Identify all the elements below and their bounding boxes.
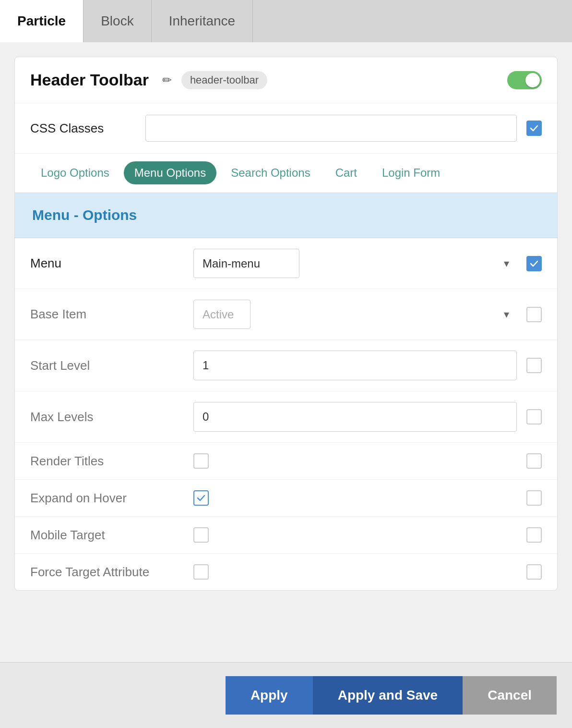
expand-on-hover-label: Expand on Hover xyxy=(30,491,184,506)
menu-label: Menu xyxy=(30,256,184,271)
force-target-attribute-inherit-checkbox[interactable] xyxy=(526,564,542,580)
card: Header Toolbar ✏ header-toolbar CSS Clas… xyxy=(14,57,558,591)
menu-select-wrapper: Main-menu Secondary-menu Footer-menu ▾ xyxy=(193,249,517,278)
force-target-attribute-label: Force Target Attribute xyxy=(30,565,184,580)
table-row: Start Level xyxy=(15,340,557,391)
enable-toggle[interactable] xyxy=(507,71,542,89)
edit-icon[interactable]: ✏ xyxy=(162,73,172,87)
sub-tab-search[interactable]: Search Options xyxy=(220,161,321,184)
chevron-down-icon: ▾ xyxy=(504,257,509,270)
table-row: Force Target Attribute xyxy=(15,554,557,590)
render-titles-inherit-checkbox[interactable] xyxy=(526,453,542,469)
base-item-checkbox[interactable] xyxy=(526,307,542,322)
table-row: Menu Main-menu Secondary-menu Footer-men… xyxy=(15,238,557,289)
css-classes-checkbox[interactable] xyxy=(526,121,542,136)
base-item-select[interactable]: Active Current Parent xyxy=(193,300,250,329)
main-content: Header Toolbar ✏ header-toolbar CSS Clas… xyxy=(0,42,572,662)
sub-tab-login[interactable]: Login Form xyxy=(371,161,451,184)
force-target-attribute-checkbox[interactable] xyxy=(193,564,209,580)
css-classes-row: CSS Classes xyxy=(15,103,557,154)
start-level-input[interactable] xyxy=(193,351,517,380)
chevron-down-icon: ▾ xyxy=(504,308,509,321)
css-classes-label: CSS Classes xyxy=(30,121,136,136)
max-levels-input[interactable] xyxy=(193,402,517,432)
base-item-select-wrapper: Active Current Parent ▾ xyxy=(193,300,517,329)
mobile-target-inherit-checkbox[interactable] xyxy=(526,527,542,543)
max-levels-checkbox[interactable] xyxy=(526,409,542,425)
expand-on-hover-checkbox[interactable] xyxy=(193,490,209,506)
sub-tab-logo[interactable]: Logo Options xyxy=(30,161,120,184)
css-classes-input[interactable] xyxy=(145,115,517,142)
title-badge: header-toolbar xyxy=(181,71,267,89)
table-row: Base Item Active Current Parent ▾ xyxy=(15,289,557,340)
base-item-label: Base Item xyxy=(30,307,184,322)
mobile-target-checkbox[interactable] xyxy=(193,527,209,543)
max-levels-label: Max Levels xyxy=(30,410,184,425)
menu-checkbox[interactable] xyxy=(526,256,542,271)
card-header: Header Toolbar ✏ header-toolbar xyxy=(15,57,557,103)
start-level-label: Start Level xyxy=(30,358,184,373)
tab-inheritance[interactable]: Inheritance xyxy=(152,0,253,42)
cancel-button[interactable]: Cancel xyxy=(463,676,557,715)
expand-on-hover-inherit-checkbox[interactable] xyxy=(526,490,542,506)
top-tabs: Particle Block Inheritance xyxy=(0,0,572,42)
form-rows: Menu Main-menu Secondary-menu Footer-men… xyxy=(15,238,557,590)
tab-particle[interactable]: Particle xyxy=(0,0,83,42)
render-titles-label: Render Titles xyxy=(30,454,184,469)
section-title: Menu - Options xyxy=(32,207,137,223)
table-row: Mobile Target xyxy=(15,517,557,554)
tab-block[interactable]: Block xyxy=(83,0,151,42)
start-level-checkbox[interactable] xyxy=(526,358,542,373)
card-title: Header Toolbar xyxy=(30,71,149,89)
apply-button[interactable]: Apply xyxy=(226,676,313,715)
render-titles-checkbox[interactable] xyxy=(193,453,209,469)
apply-and-save-button[interactable]: Apply and Save xyxy=(313,676,463,715)
section-header: Menu - Options xyxy=(15,193,557,238)
menu-select[interactable]: Main-menu Secondary-menu Footer-menu xyxy=(193,249,299,278)
sub-tab-menu[interactable]: Menu Options xyxy=(124,161,216,184)
table-row: Expand on Hover xyxy=(15,480,557,517)
table-row: Max Levels xyxy=(15,391,557,443)
sub-tabs: Logo Options Menu Options Search Options… xyxy=(15,154,557,193)
sub-tab-cart[interactable]: Cart xyxy=(325,161,368,184)
footer: Apply Apply and Save Cancel xyxy=(0,662,572,728)
table-row: Render Titles xyxy=(15,443,557,480)
mobile-target-label: Mobile Target xyxy=(30,528,184,543)
